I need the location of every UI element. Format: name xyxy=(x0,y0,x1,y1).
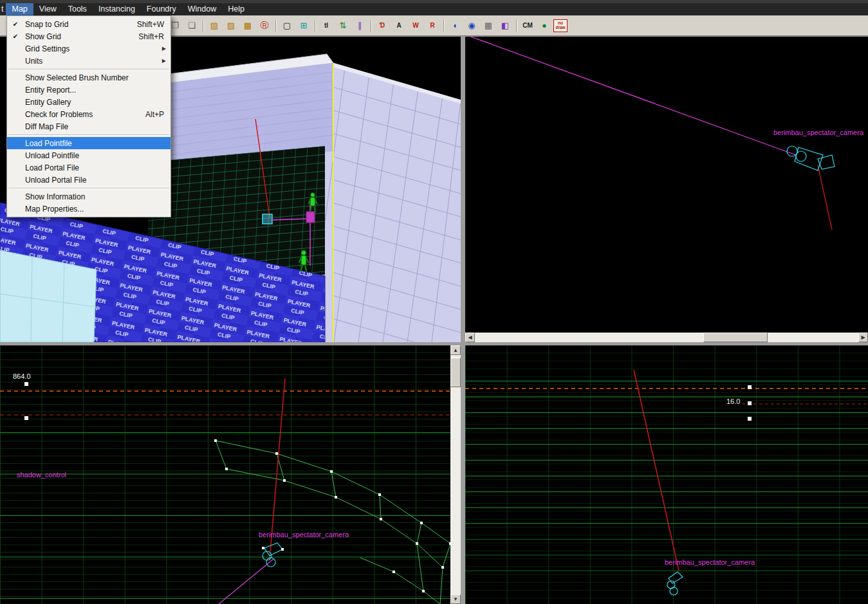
detail-grid-icon[interactable]: ▦ xyxy=(481,18,496,33)
viewport-2d-bottom-right[interactable]: 16.0 berimbau_spectator_camera xyxy=(465,345,868,604)
vertical-splitter-top[interactable] xyxy=(461,37,465,342)
menu-item-label: Map Properties... xyxy=(21,205,164,214)
walkable-mask-icon[interactable]: W xyxy=(408,18,423,33)
selection-handle[interactable] xyxy=(748,385,752,389)
menu-item-show-information[interactable]: Show Information xyxy=(7,190,171,203)
selection-handle[interactable] xyxy=(24,382,28,386)
menubar-item-foundry[interactable]: Foundry xyxy=(141,3,182,15)
paste-icon[interactable]: ❏ xyxy=(184,18,199,33)
menu-item-snap-to-grid[interactable]: ✔ Snap to Grid Shift+W xyxy=(7,18,171,30)
magenta-entity[interactable] xyxy=(306,212,315,223)
selection-handle[interactable] xyxy=(748,401,752,405)
horizontal-scrollbar[interactable]: ◀ ▶ xyxy=(465,333,868,342)
menu-item-label: Unload Portal File xyxy=(21,176,164,185)
scrollbar-thumb[interactable] xyxy=(703,333,768,342)
cm-icon[interactable]: CM xyxy=(520,18,535,33)
alpha-mask-icon[interactable]: A xyxy=(391,18,407,33)
menu-separator xyxy=(8,69,169,69)
2d-background xyxy=(465,37,868,333)
measurement-label: 864.0 xyxy=(13,372,31,380)
measurement-label: 16.0 xyxy=(726,398,740,405)
menubar-item-tools[interactable]: Tools xyxy=(62,3,93,15)
menu-item-label: Load Portal File xyxy=(21,163,164,172)
scale-lock-icon[interactable]: ⇅ xyxy=(335,18,351,33)
check-icon: ✔ xyxy=(10,21,21,28)
menu-item-label: Show Information xyxy=(21,192,164,201)
scrollbar-track[interactable] xyxy=(450,355,461,594)
menu-item-unload-portal-file[interactable]: Unload Portal File xyxy=(7,174,171,186)
scroll-up-arrow[interactable]: ▲ xyxy=(450,345,461,355)
selection-handle[interactable] xyxy=(748,417,752,421)
menu-item-unload-pointfile[interactable]: Unload Pointfile xyxy=(7,149,171,161)
submenu-arrow-icon: ▶ xyxy=(162,58,166,64)
selection-bounds-icon[interactable]: ▢ xyxy=(279,18,295,33)
unhide-hatch-icon[interactable]: ▩ xyxy=(240,18,255,33)
check-icon: ✔ xyxy=(10,33,21,40)
remove-mask-icon[interactable]: R xyxy=(425,18,440,33)
toolbar-separator xyxy=(516,19,517,32)
menu-separator xyxy=(8,134,169,135)
scrollbar-thumb[interactable] xyxy=(450,358,461,387)
menubar-item-instancing[interactable]: Instancing xyxy=(93,3,141,15)
menu-item-label: Show Selected Brush Number xyxy=(21,73,164,82)
model-preview-icon[interactable]: ● xyxy=(537,18,552,33)
menu-item-map-properties[interactable]: Map Properties... xyxy=(7,203,171,215)
menu-item-load-pointfile[interactable]: Load Pointfile xyxy=(7,137,171,149)
selection-handle[interactable] xyxy=(24,416,28,420)
menubar-item-edit-partial[interactable]: t xyxy=(0,3,6,15)
quick-hide-hatch-icon[interactable]: ▨ xyxy=(223,18,239,33)
scroll-right-arrow[interactable]: ▶ xyxy=(858,333,868,342)
radius-culling-icon[interactable]: Ⓡ xyxy=(257,18,272,33)
menu-item-label: Show Grid xyxy=(21,32,127,41)
menu-item-shortcut: Alt+P xyxy=(134,110,164,119)
menu-item-show-selected-brush-number[interactable]: Show Selected Brush Number xyxy=(7,71,171,84)
entity-label-camera: berimbau_spectator_camera xyxy=(259,531,349,538)
align-bars-icon[interactable]: ∥ xyxy=(352,18,367,33)
displacement-mask-icon[interactable]: Ɗ xyxy=(374,18,390,33)
submenu-arrow-icon: ▶ xyxy=(162,46,166,51)
menu-item-label: Diff Map File xyxy=(21,122,164,131)
menubar-item-view[interactable]: View xyxy=(33,3,62,15)
magnify-selection-icon[interactable]: ⊞ xyxy=(296,18,311,33)
hide-hatch-icon[interactable]: ▨ xyxy=(207,18,222,33)
menu-item-entity-report[interactable]: Entity Report... xyxy=(7,84,171,96)
menu-item-grid-settings[interactable]: Grid Settings ▶ xyxy=(7,42,171,55)
menubar: t Map View Tools Instancing Foundry Wind… xyxy=(0,3,868,15)
texture-lock-icon[interactable]: tl xyxy=(319,18,334,33)
menu-item-entity-gallery[interactable]: Entity Gallery xyxy=(7,96,171,108)
toolbar-separator xyxy=(371,19,371,32)
model-fade-icon[interactable]: ◉ xyxy=(464,18,479,33)
fade-angle-icon[interactable]: ◖ xyxy=(447,18,463,33)
menu-item-label: Units xyxy=(21,57,164,66)
menu-item-check-for-problems[interactable]: Check for Problems Alt+P xyxy=(7,108,171,120)
menubar-item-help[interactable]: Help xyxy=(222,3,250,15)
menu-item-shortcut: Shift+R xyxy=(127,32,164,41)
camera-helper-box[interactable] xyxy=(263,214,272,224)
nodraw-icon[interactable]: no draw xyxy=(553,19,568,32)
menu-item-label: Unload Pointfile xyxy=(21,151,164,160)
entity-label-camera: berimbau_spectator_camera xyxy=(773,129,864,136)
menu-item-diff-map-file[interactable]: Diff Map File xyxy=(7,120,171,133)
menubar-item-map[interactable]: Map xyxy=(6,3,33,15)
scroll-left-arrow[interactable]: ◀ xyxy=(465,333,475,342)
menu-item-units[interactable]: Units ▶ xyxy=(7,55,171,67)
menu-item-label: Grid Settings xyxy=(21,44,164,53)
viewport-2d-bottom-left[interactable]: 864.0 shadow_control berimbau_spectator_… xyxy=(0,345,450,604)
menu-item-label: Load Pointfile xyxy=(21,139,164,148)
vertical-scrollbar[interactable]: ▲ ▼ xyxy=(450,345,461,604)
menu-item-label: Entity Report... xyxy=(21,86,164,95)
menu-item-label: Entity Gallery xyxy=(21,98,164,107)
entity-label-camera: berimbau_spectator_camera xyxy=(665,558,755,566)
menu-item-show-grid[interactable]: ✔ Show Grid Shift+R xyxy=(7,30,171,42)
scrollbar-track[interactable] xyxy=(475,333,858,342)
menu-separator xyxy=(8,188,169,188)
map-menu-popup: ✔ Snap to Grid Shift+W ✔ Show Grid Shift… xyxy=(6,15,171,217)
scroll-down-arrow[interactable]: ▼ xyxy=(450,594,461,604)
viewport-2d-top-right[interactable]: berimbau_spectator_camera xyxy=(465,37,868,333)
overlay-fade-icon[interactable]: ◧ xyxy=(497,18,513,33)
menubar-item-window[interactable]: Window xyxy=(182,3,222,15)
entity-label-shadow-control: shadow_control xyxy=(17,471,66,479)
menu-item-load-portal-file[interactable]: Load Portal File xyxy=(7,161,171,174)
menu-item-label: Snap to Grid xyxy=(21,20,125,29)
vertical-splitter-bottom[interactable] xyxy=(461,345,465,604)
